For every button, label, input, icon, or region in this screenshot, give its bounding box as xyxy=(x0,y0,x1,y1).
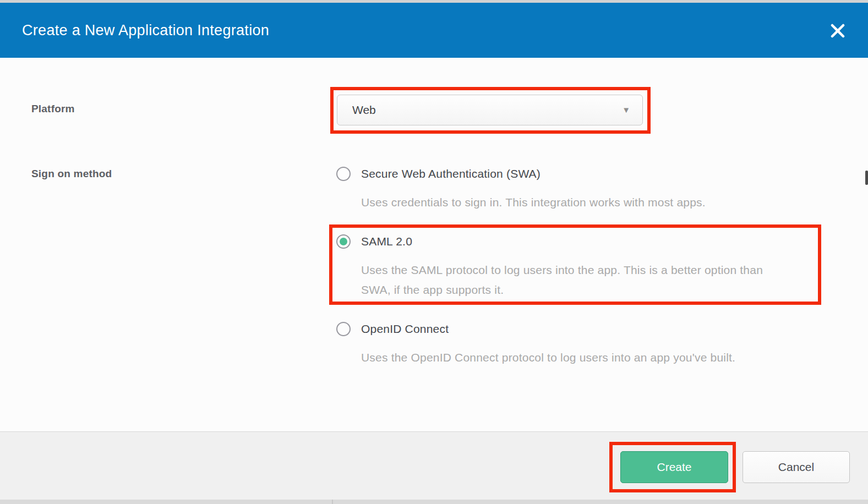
radio-button-icon[interactable] xyxy=(336,167,351,181)
radio-option-label: Secure Web Authentication (SWA) xyxy=(361,167,541,181)
create-app-integration-dialog: Create a New Application Integration Pla… xyxy=(0,0,868,504)
page-seam xyxy=(332,500,333,504)
platform-label: Platform xyxy=(31,103,75,115)
radio-option-saml[interactable]: SAML 2.0 Uses the SAML protocol to log u… xyxy=(336,234,810,300)
radio-button-icon[interactable] xyxy=(336,322,351,336)
scrollbar-thumb[interactable] xyxy=(865,171,868,185)
create-button[interactable]: Create xyxy=(620,451,728,483)
radio-dot xyxy=(340,325,347,333)
sign-on-method-label: Sign on method xyxy=(31,168,112,180)
chevron-down-icon: ▼ xyxy=(622,95,630,125)
radio-option-description: Uses credentials to sign in. This integr… xyxy=(361,193,706,212)
radio-option-swa[interactable]: Secure Web Authentication (SWA) Uses cre… xyxy=(336,167,793,216)
radio-option-description: Uses the SAML protocol to log users into… xyxy=(361,260,779,300)
cancel-button[interactable]: Cancel xyxy=(743,451,850,483)
platform-dropdown-value: Web xyxy=(352,95,376,125)
close-icon[interactable] xyxy=(829,23,846,39)
dialog-header: Create a New Application Integration xyxy=(0,3,868,58)
radio-option-label: OpenID Connect xyxy=(361,322,449,336)
platform-dropdown[interactable]: Web ▼ xyxy=(337,95,643,125)
dialog-footer xyxy=(0,431,868,500)
radio-button-icon[interactable] xyxy=(336,234,351,249)
dialog-title: Create a New Application Integration xyxy=(22,3,269,58)
radio-option-openid[interactable]: OpenID Connect Uses the OpenID Connect p… xyxy=(336,322,810,371)
radio-option-label: SAML 2.0 xyxy=(361,234,412,249)
page-bottom-edge xyxy=(0,500,868,504)
radio-dot xyxy=(340,170,347,178)
radio-dot xyxy=(340,238,347,245)
radio-option-description: Uses the OpenID Connect protocol to log … xyxy=(361,348,735,368)
